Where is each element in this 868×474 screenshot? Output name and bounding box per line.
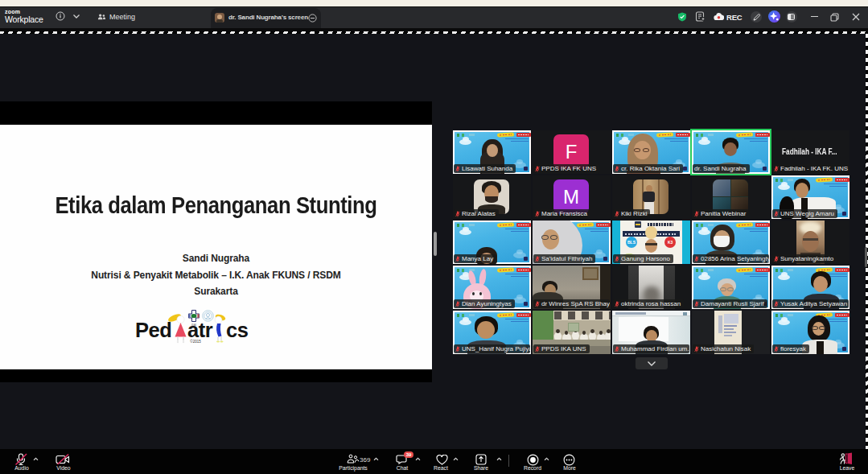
svg-text:©2015: ©2015 [190, 339, 201, 344]
svg-text:cs: cs [226, 319, 249, 341]
svg-text:atr: atr [187, 319, 213, 341]
svg-text:Ped: Ped [135, 319, 171, 341]
